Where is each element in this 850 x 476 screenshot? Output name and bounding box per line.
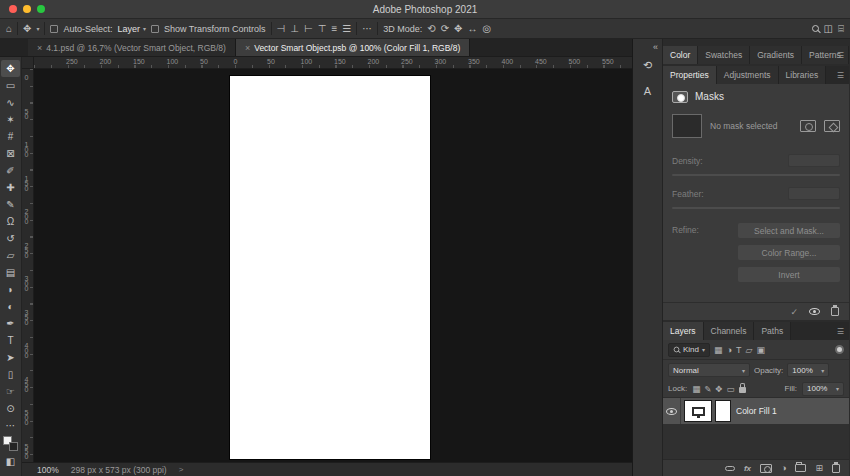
crop-tool[interactable]: #	[1, 128, 20, 145]
apply-mask-icon[interactable]: ✓	[790, 307, 798, 317]
align-horizontal-centers-icon[interactable]: ⊥	[290, 24, 299, 34]
filter-pixel-layers-icon[interactable]: ▦	[714, 345, 723, 355]
new-group-icon[interactable]	[795, 464, 806, 472]
mask-thumbnail[interactable]	[672, 114, 702, 138]
hand-tool[interactable]: ☞	[1, 383, 20, 400]
feather-value-field[interactable]	[788, 187, 840, 200]
brush-tool[interactable]: ✎	[1, 196, 20, 213]
add-pixel-mask-button[interactable]	[800, 120, 816, 132]
layer-style-fx-icon[interactable]: fx	[744, 464, 751, 473]
path-selection-tool[interactable]: ➤	[1, 349, 20, 366]
vertical-ruler[interactable]: 050100150200250300350400450500550	[22, 69, 34, 462]
filter-type-layers-icon[interactable]: T	[736, 345, 742, 355]
pen-tool[interactable]: ✒	[1, 315, 20, 332]
align-top-edges-icon[interactable]: ⊤	[318, 24, 327, 34]
opacity-dropdown[interactable]: 100% ▾	[787, 363, 829, 377]
horizontal-ruler[interactable]: 2502001501005005010015020025030035040045…	[22, 57, 632, 69]
auto-select-dropdown[interactable]: Layer ▾	[117, 24, 146, 34]
screen-mode-icon[interactable]: ▭	[1, 472, 20, 476]
zoom-level-field[interactable]: 100%	[37, 465, 59, 475]
tab-gradients[interactable]: Gradients	[750, 46, 802, 64]
document-tab[interactable]: ×Vector Smart Object.psb @ 100% (Color F…	[236, 39, 470, 56]
tab-paths[interactable]: Paths	[754, 322, 791, 340]
filter-smart-objects-icon[interactable]: ▣	[756, 345, 765, 355]
feather-slider[interactable]	[672, 207, 840, 209]
show-transform-checkbox[interactable]	[151, 25, 159, 33]
background-color-swatch[interactable]	[9, 442, 18, 451]
lasso-tool[interactable]: ∿	[1, 94, 20, 111]
3d-scale-icon[interactable]: ◎	[482, 24, 491, 34]
quick-mask-icon[interactable]: ◧	[1, 453, 20, 470]
add-layer-mask-icon[interactable]	[760, 464, 772, 473]
home-icon[interactable]: ⌂	[6, 24, 12, 34]
select-and-mask-button[interactable]: Select and Mask...	[738, 223, 840, 238]
type-tool[interactable]: T	[1, 332, 20, 349]
tab-properties[interactable]: Properties	[663, 66, 717, 84]
delete-layer-icon[interactable]	[832, 464, 840, 473]
filter-shape-layers-icon[interactable]: ▱	[745, 345, 752, 355]
tab-color[interactable]: Color	[663, 46, 698, 64]
tab-channels[interactable]: Channels	[704, 322, 755, 340]
blend-mode-dropdown[interactable]: Normal ▾	[668, 363, 750, 377]
panel-menu-icon[interactable]: ☰	[837, 66, 844, 84]
zoom-window-button[interactable]	[37, 5, 45, 13]
align-right-edges-icon[interactable]: ⊢	[304, 24, 313, 34]
status-chevron-icon[interactable]: >	[179, 465, 184, 474]
ruler-origin-corner[interactable]	[22, 57, 34, 69]
link-layers-icon[interactable]	[725, 466, 735, 471]
tab-swatches[interactable]: Swatches	[698, 46, 750, 64]
document-canvas[interactable]	[230, 76, 430, 459]
magic-wand-tool[interactable]: ✶	[1, 111, 20, 128]
lock-image-pixels-icon[interactable]: ✎	[704, 384, 711, 394]
blur-tool[interactable]: ◗	[1, 281, 20, 298]
tab-libraries[interactable]: Libraries	[779, 66, 827, 84]
move-tool[interactable]: ✥	[1, 60, 20, 77]
layer-mask-thumbnail[interactable]	[716, 401, 730, 421]
invert-button[interactable]: Invert	[738, 267, 840, 282]
tab-layers[interactable]: Layers	[663, 322, 704, 340]
search-icon[interactable]	[812, 25, 819, 32]
3d-orbit-icon[interactable]: ⟲	[427, 24, 435, 34]
lock-transparent-pixels-icon[interactable]: ▦	[692, 384, 700, 394]
canvas-viewport[interactable]	[34, 69, 632, 462]
fill-dropdown[interactable]: 100% ▾	[802, 382, 844, 396]
density-slider[interactable]	[672, 174, 840, 176]
edit-toolbar-icon[interactable]: ⋯	[1, 417, 20, 434]
layer-row[interactable]: Color Fill 1	[663, 398, 849, 424]
tab-adjustments[interactable]: Adjustments	[717, 66, 779, 84]
3d-pan-icon[interactable]: ✥	[454, 24, 462, 34]
workspace-icon[interactable]: ◫	[824, 24, 833, 34]
dodge-tool[interactable]: ◐	[1, 298, 20, 315]
zoom-tool[interactable]: ⊙	[1, 400, 20, 417]
delete-mask-icon[interactable]	[831, 307, 839, 316]
character-panel-icon[interactable]: A	[637, 81, 659, 100]
close-tab-icon[interactable]: ×	[245, 43, 250, 53]
lock-artboard-icon[interactable]: ▭	[726, 384, 734, 394]
lock-all-icon[interactable]	[739, 387, 746, 393]
shape-tool[interactable]: ▯	[1, 366, 20, 383]
add-vector-mask-button[interactable]	[824, 120, 840, 132]
density-value-field[interactable]	[788, 154, 840, 167]
minimize-window-button[interactable]	[23, 5, 31, 13]
layer-thumbnail[interactable]	[685, 401, 711, 421]
frame-tool[interactable]: ⊠	[1, 145, 20, 162]
align-left-edges-icon[interactable]: ⊣	[277, 24, 286, 34]
close-tab-icon[interactable]: ×	[37, 43, 42, 53]
healing-brush-tool[interactable]: ✚	[1, 179, 20, 196]
expand-panels-icon[interactable]: «	[653, 42, 658, 52]
distribute-vertical-icon[interactable]: ≡	[331, 24, 337, 34]
auto-select-checkbox[interactable]	[50, 25, 58, 33]
new-layer-icon[interactable]: ⊞	[815, 464, 823, 473]
filter-adjustment-layers-icon[interactable]: ◑	[727, 345, 732, 355]
color-swatches[interactable]	[3, 436, 18, 451]
distribute-horizontal-icon[interactable]: ☰	[342, 24, 351, 34]
adjustment-layer-icon[interactable]: ◑	[781, 464, 786, 473]
filter-toggle[interactable]	[835, 345, 844, 354]
history-brush-tool[interactable]: ↺	[1, 230, 20, 247]
panel-menu-icon[interactable]: ☰	[837, 46, 844, 64]
marquee-tool[interactable]: ▭	[1, 77, 20, 94]
3d-roll-icon[interactable]: ⟳	[441, 24, 449, 34]
lock-position-icon[interactable]: ✥	[715, 384, 722, 394]
3d-slide-icon[interactable]: ↔	[467, 24, 477, 34]
layer-visibility-cell[interactable]	[663, 398, 681, 424]
